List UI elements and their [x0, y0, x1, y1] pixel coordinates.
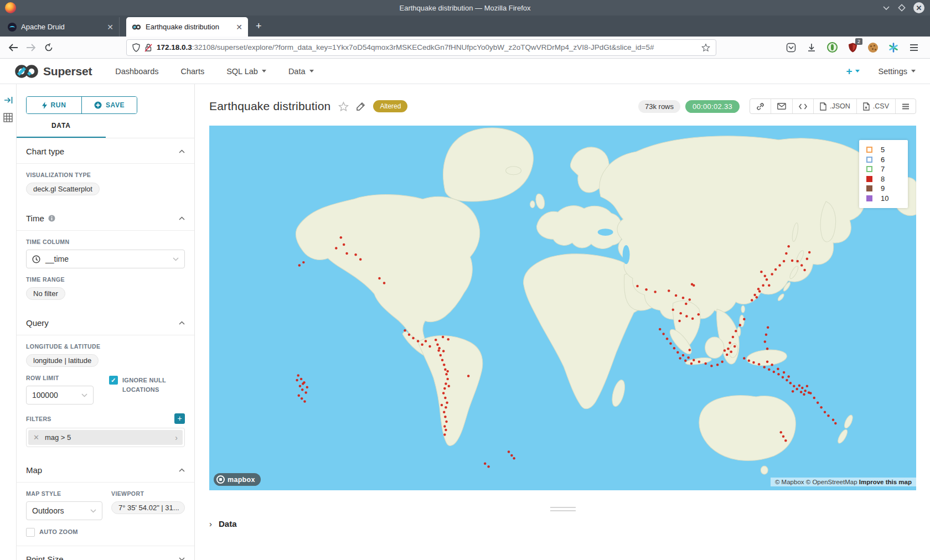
save-button[interactable]: SAVE: [81, 97, 137, 113]
section-query[interactable]: Query: [26, 310, 185, 335]
back-icon[interactable]: [4, 39, 22, 56]
bookmark-star-icon[interactable]: [701, 43, 710, 52]
legend-swatch-icon: [866, 147, 872, 153]
section-point-size[interactable]: Point Size: [26, 546, 185, 560]
share-link-button[interactable]: [750, 99, 771, 113]
tab-earthquake-distribution[interactable]: Earthquake distribution ✕: [126, 17, 248, 37]
expand-filter-icon[interactable]: ›: [175, 433, 178, 442]
url-host: 172.18.0.3: [157, 43, 192, 51]
world-map: [209, 126, 916, 490]
mapbox-wordmark: mapbox: [228, 476, 255, 484]
legend-item[interactable]: 9: [866, 184, 908, 194]
remove-filter-icon[interactable]: ✕: [33, 433, 39, 442]
export-csv-button[interactable]: .CSV: [856, 99, 895, 113]
section-title: Query: [26, 318, 49, 328]
browser-toolbar: 172.18.0.3:32108/superset/explore/?form_…: [0, 37, 930, 59]
chevron-down-icon: [173, 257, 179, 261]
new-tab-icon[interactable]: +: [256, 20, 262, 32]
run-button[interactable]: RUN: [27, 97, 81, 113]
legend-label: 10: [881, 194, 888, 203]
nav-label: Data: [288, 67, 306, 76]
insecure-lock-icon[interactable]: [144, 43, 152, 52]
nav-data[interactable]: Data: [288, 67, 314, 76]
tab-apache-druid[interactable]: Apache Druid ✕: [2, 17, 120, 37]
clock-icon: [32, 255, 40, 263]
window-close-icon[interactable]: ✕: [913, 2, 924, 13]
window-minimize-icon[interactable]: [882, 5, 890, 11]
legend-item[interactable]: 10: [866, 194, 908, 204]
tab-data[interactable]: DATA: [17, 114, 106, 138]
legend-label: 5: [881, 146, 885, 154]
legend-label: 8: [881, 175, 885, 183]
settings-menu[interactable]: Settings: [879, 67, 916, 76]
tab-close-icon[interactable]: ✕: [236, 23, 242, 32]
chart-menu-icon[interactable]: [895, 99, 916, 113]
legend-item[interactable]: 7: [866, 164, 908, 174]
nav-charts[interactable]: Charts: [180, 67, 204, 76]
extension-green-icon[interactable]: [826, 42, 838, 54]
row-count-badge: 73k rows: [638, 100, 680, 113]
json-file-icon: [820, 102, 826, 111]
ignore-null-checkbox[interactable]: ✓: [109, 376, 118, 385]
lonlat-value[interactable]: longitude | latitude: [26, 354, 99, 367]
nav-dashboards[interactable]: Dashboards: [115, 67, 158, 76]
add-filter-button[interactable]: +: [174, 413, 185, 424]
auto-zoom-checkbox[interactable]: [26, 528, 35, 537]
section-map[interactable]: Map: [26, 457, 185, 482]
reload-icon[interactable]: [40, 39, 58, 56]
pocket-icon[interactable]: [785, 42, 797, 54]
add-new-button[interactable]: +: [846, 65, 859, 77]
ublock-shield-icon[interactable]: 2: [846, 42, 859, 54]
favorite-star-icon[interactable]: [338, 101, 349, 112]
chevron-down-icon: [179, 557, 185, 560]
cookie-extension-icon[interactable]: [867, 42, 879, 54]
viz-type-value[interactable]: deck.gl Scatterplot: [26, 183, 100, 195]
tab-label: Apache Druid: [21, 23, 102, 31]
time-column-value: __time: [45, 255, 69, 263]
deckgl-map[interactable]: 5678910 mapbox © Mapbox © OpenStreetMap …: [209, 126, 916, 490]
mapbox-logo[interactable]: mapbox: [214, 473, 261, 486]
section-time[interactable]: Time: [26, 205, 185, 230]
download-icon[interactable]: [805, 42, 818, 54]
legend-item[interactable]: 6: [866, 155, 908, 165]
forward-icon[interactable]: [22, 39, 40, 56]
legend-label: 7: [881, 165, 885, 173]
viewport-value[interactable]: 7° 35' 54.02" | 31...: [111, 501, 185, 514]
export-json-button[interactable]: .JSON: [813, 99, 856, 113]
improve-map-link[interactable]: Improve this map: [859, 479, 912, 485]
altered-badge[interactable]: Altered: [373, 100, 407, 112]
tab-close-icon[interactable]: ✕: [107, 23, 113, 32]
datasource-grid-icon[interactable]: [3, 113, 13, 122]
filter-value: mag > 5: [45, 433, 71, 442]
menu-hamburger-icon[interactable]: [908, 42, 920, 54]
expand-chevron-icon: ›: [209, 519, 212, 528]
legend-item[interactable]: 8: [866, 174, 908, 184]
superset-logo[interactable]: Superset: [14, 64, 92, 79]
embed-code-button[interactable]: [792, 99, 813, 113]
section-chart-type[interactable]: Chart type: [26, 138, 185, 163]
map-style-value: Outdoors: [32, 506, 64, 515]
legend-swatch-icon: [866, 195, 872, 201]
settings-label: Settings: [879, 67, 907, 76]
chevron-up-icon: [179, 149, 185, 153]
legend-swatch-icon: [866, 185, 872, 191]
chevron-up-icon: [179, 216, 185, 220]
window-maximize-icon[interactable]: [898, 4, 906, 12]
panel-drag-handle[interactable]: [550, 507, 576, 514]
nav-sql-lab[interactable]: SQL Lab: [226, 67, 266, 76]
time-column-select[interactable]: __time: [26, 250, 185, 268]
time-range-value[interactable]: No filter: [26, 287, 65, 300]
data-panel-toggle[interactable]: › Data: [209, 519, 916, 528]
nav-label: Dashboards: [115, 67, 158, 76]
extension-asterisk-icon[interactable]: [887, 42, 900, 54]
legend-item[interactable]: 5: [866, 145, 908, 155]
legend-label: 6: [881, 155, 885, 164]
edit-properties-icon[interactable]: [356, 102, 365, 111]
filter-item[interactable]: ✕ mag > 5 ›: [28, 430, 183, 445]
url-bar[interactable]: 172.18.0.3:32108/superset/explore/?form_…: [126, 39, 716, 56]
email-button[interactable]: [771, 99, 792, 113]
map-style-select[interactable]: Outdoors: [26, 501, 102, 520]
shield-permissions-icon[interactable]: [132, 43, 140, 52]
row-limit-select[interactable]: 100000: [26, 386, 94, 405]
collapse-panel-icon[interactable]: [4, 96, 13, 104]
